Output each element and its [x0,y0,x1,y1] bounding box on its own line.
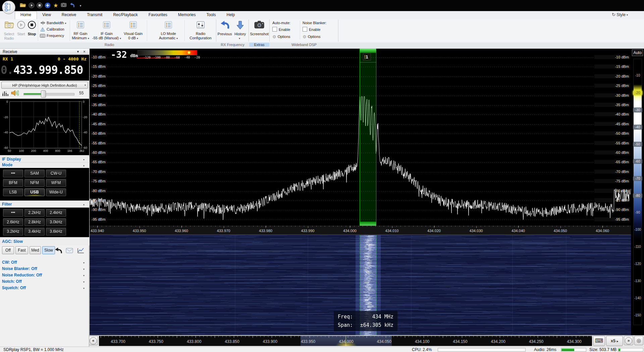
volume-slider-handle[interactable] [41,90,46,98]
panel-close-icon[interactable]: × [83,49,86,55]
frequency-button[interactable]: Frequency [40,34,64,39]
auto-mute-options-button[interactable]: ⚙Options [272,34,290,39]
tab-transmit[interactable]: Transmit [82,11,108,19]
rx-panel-header[interactable]: Receive ▼ × [0,49,89,55]
filter-button-3-0khz[interactable]: 3.0kHz [46,218,66,226]
lo-mode-button[interactable]: LO Mode Automatic▾ [154,19,182,42]
noise-blanker-options-button[interactable]: ⚙Options [303,34,321,39]
auto-level-button[interactable]: Auto [632,49,643,56]
mode-button-item[interactable]: ••• [3,170,23,177]
bandwidth-button[interactable]: Bandwidth▾ [40,21,66,27]
agc-section[interactable]: AGC: Slow [0,237,89,246]
screenshot-button[interactable]: Screenshot [250,19,268,42]
mode-button-wide-u[interactable]: Wide-U [46,188,66,196]
dsp-link-cw-off[interactable]: CW: Off▾ [0,260,89,266]
dsp-link-noise-blanker-off[interactable]: Noise Blanker: Off▾ [0,266,89,273]
undo-icon[interactable] [68,2,75,9]
filter-button-2-6khz[interactable]: 2.6kHz [3,218,23,226]
audio-spectrum-plot[interactable] [9,101,82,148]
filter-button-3-6khz[interactable]: 3.6kHz [46,228,66,235]
select-radio-button[interactable]: Select Radio [3,19,15,42]
nav-frequency-label[interactable]: 434.100 [411,339,434,344]
nav-frequency-label[interactable]: 433.700 [106,339,130,344]
chevron-down-icon[interactable]: ▾ [83,261,85,264]
band-scroll-left-button[interactable]: « [89,336,98,345]
previous-button[interactable]: Previous [217,19,232,42]
chevron-down-icon[interactable]: ▾ [83,274,85,277]
panel-collapse-icon[interactable]: ▼ [76,49,79,55]
dsp-link-squelch-off[interactable]: Squelch: Off▾ [0,285,89,292]
dsp-link-notch-off[interactable]: Notch: Off▾ [0,279,89,285]
visual-gain-button[interactable]: Visual Gain 0 dB▾ [123,19,144,42]
history-button[interactable]: History ▾ [233,19,248,42]
chevron-down-icon[interactable]: ▾ [83,268,85,271]
mode-button-lsb[interactable]: LSB [3,188,23,196]
play-icon[interactable] [28,2,35,9]
tab-home[interactable]: Home [15,11,37,19]
noise-blanker-enable-checkbox[interactable]: Enable [303,27,320,32]
auto-mute-enable-checkbox[interactable]: Enable [272,27,290,32]
filter-button-2-8khz[interactable]: 2.8kHz [24,218,45,226]
mode-section[interactable]: Mode ▴ [0,162,89,168]
mode-button-cw-u[interactable]: CW-U [46,170,66,177]
agc-button-slow[interactable]: Slow [42,246,55,254]
nav-frequency-label[interactable]: 434.250 [525,339,548,344]
chevron-up-icon[interactable]: ▴ [83,164,85,167]
calibration-button[interactable]: Calibration [40,27,64,33]
agc-button-off[interactable]: Off [2,246,14,254]
chevron-up-icon[interactable]: ▴ [83,203,85,206]
nav-frequency-label[interactable]: 434.150 [448,339,472,344]
nav-frequency-label[interactable]: 434.050 [372,339,396,344]
chevron-down-icon[interactable]: ▾ [83,280,85,283]
audio-device-select[interactable]: HP (Périphérique High Definition Audio) … [1,82,88,89]
frequency-digits[interactable]: 433.999.850 [13,63,83,77]
nav-frequency-label[interactable]: 433.900 [258,339,282,344]
nav-frequency-label[interactable]: 433.950 [297,339,320,344]
radio-configuration-button[interactable]: Radio Configuration [186,19,215,42]
nav-frequency-label[interactable]: 433.800 [182,339,206,344]
tab-memories[interactable]: Memories [173,11,201,19]
mode-button-nfm[interactable]: NFM [24,179,45,187]
dsp-link-noise-reduction-off[interactable]: Noise Reduction: Off▾ [0,273,89,279]
start-button[interactable]: Start [16,19,26,42]
filter-button-3-4khz[interactable]: 3.4kHz [24,228,45,235]
quick-access-caret-icon[interactable]: ▾ [77,2,84,9]
frequency-entry-button[interactable]: ⌨ [593,336,605,346]
speaker-icon[interactable] [11,89,19,98]
camera-icon[interactable] [60,2,67,9]
filter-button-2-4khz[interactable]: 2.4kHz [46,209,66,217]
add-icon[interactable] [44,2,51,9]
if-gain-button[interactable]: IF Gain -55 dB (Manual)▾ [91,19,122,42]
tab-view[interactable]: View [37,11,56,19]
app-menu-button[interactable] [2,1,15,14]
style-button[interactable]: ↻ Style▾ [612,12,628,17]
chevron-down-icon[interactable]: ▾ [83,158,85,161]
favourite-star-icon[interactable]: ★ [52,2,59,9]
tab-favourites[interactable]: Favourites [143,11,173,19]
checkbox-icon[interactable] [272,27,277,32]
filter-button-3-2khz[interactable]: 3.2kHz [3,228,23,235]
mode-button-wfm[interactable]: WFM [46,179,66,187]
chevron-down-icon[interactable]: ▾ [83,287,85,290]
stop-button[interactable]: Stop [27,19,37,42]
filter-section[interactable]: Filter ▴ [0,201,89,208]
open-folder-icon[interactable] [19,2,26,9]
nav-frequency-label[interactable]: 434.300 [562,339,586,344]
waterfall-palette-slider[interactable] [633,59,642,325]
checkbox-icon[interactable] [303,27,307,32]
stop-icon[interactable] [36,2,43,9]
agc-button-fast[interactable]: Fast [15,246,28,254]
nav-frequency-label[interactable]: 433.850 [220,339,244,344]
mode-button-bfm[interactable]: BFM [3,179,23,187]
filter-button-2-2khz[interactable]: 2.2kHz [24,209,45,217]
agc-button-med[interactable]: Med [30,246,41,254]
agc-undo-icon[interactable] [54,247,62,255]
rx-frequency-display[interactable]: RX 1 0 - 4000 Hz 0.433.999.850 [0,55,89,81]
channel-number-badge[interactable]: 1 [363,53,371,60]
agc-graph-icon[interactable] [77,248,85,255]
tab-rec-playback[interactable]: Rec/Playback [108,11,143,19]
nav-frequency-label[interactable]: 434.200 [486,339,510,344]
nav-frequency-label[interactable]: 433.750 [144,339,168,344]
zoom-step-button[interactable]: x5 ▸ [606,336,623,346]
tab-tools[interactable]: Tools [201,11,221,19]
